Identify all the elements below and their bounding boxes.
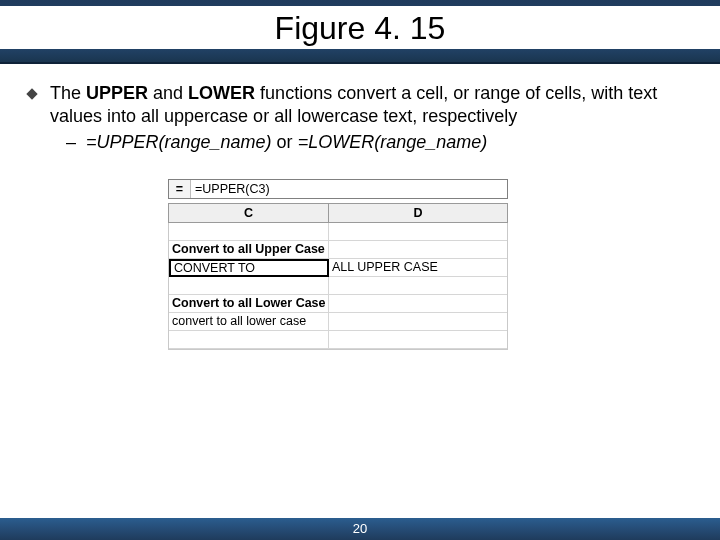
- bullet-list: The UPPER and LOWER functions convert a …: [28, 82, 692, 128]
- cell: [329, 241, 507, 259]
- cell: [329, 313, 507, 331]
- formula-upper: =UPPER(range_name): [86, 132, 272, 152]
- formula-lower: =LOWER(range_name): [298, 132, 488, 152]
- title-bar: Figure 4. 15: [0, 0, 720, 64]
- table-row: Convert to all Upper Case: [169, 241, 507, 259]
- equals-cell: =: [169, 180, 191, 198]
- cell: [329, 223, 507, 241]
- page-number: 20: [353, 521, 367, 536]
- text-upper: UPPER: [86, 83, 153, 103]
- grid: Convert to all Upper Case CONVERT TOALL …: [168, 223, 508, 350]
- footer-bar: 20: [0, 518, 720, 540]
- cell: convert to all lower case: [169, 313, 329, 331]
- column-header-c: C: [168, 203, 328, 223]
- cell: [169, 223, 329, 241]
- table-row: convert to all lower case: [169, 313, 507, 331]
- formula-input: =UPPER(C3): [191, 180, 507, 198]
- cell: [169, 277, 329, 295]
- slide: Figure 4. 15 The UPPER and LOWER functio…: [0, 0, 720, 540]
- sub-item: – =UPPER(range_name) or =LOWER(range_nam…: [66, 132, 692, 153]
- content-area: The UPPER and LOWER functions convert a …: [0, 64, 720, 350]
- text-or: or: [272, 132, 298, 152]
- text-lower: LOWER: [188, 83, 260, 103]
- cell-text: Convert to all Lower Case: [172, 296, 326, 310]
- cell: [329, 295, 507, 313]
- formula-bar: = =UPPER(C3): [168, 179, 508, 199]
- cell: Convert to all Upper Case: [169, 241, 329, 259]
- table-row: CONVERT TOALL UPPER CASE: [169, 259, 507, 277]
- slide-title: Figure 4. 15: [0, 6, 720, 49]
- diamond-bullet-icon: [26, 88, 37, 99]
- table-row: [169, 277, 507, 295]
- column-headers: C D: [168, 203, 508, 223]
- table-row: Convert to all Lower Case: [169, 295, 507, 313]
- sub-text: =UPPER(range_name) or =LOWER(range_name): [86, 132, 487, 153]
- spreadsheet-figure: = =UPPER(C3) C D Convert to all Upper Ca…: [168, 179, 508, 350]
- cell: Convert to all Lower Case: [169, 295, 329, 313]
- text-mid: and: [153, 83, 188, 103]
- cell: [329, 331, 507, 349]
- cell-selected: CONVERT TO: [169, 259, 329, 277]
- sub-list: – =UPPER(range_name) or =LOWER(range_nam…: [28, 132, 692, 153]
- cell: ALL UPPER CASE: [329, 259, 507, 277]
- dash-icon: –: [66, 132, 76, 153]
- column-header-d: D: [328, 203, 508, 223]
- bullet-item: The UPPER and LOWER functions convert a …: [28, 82, 692, 128]
- cell-text: Convert to all Upper Case: [172, 242, 325, 256]
- bullet-text: The UPPER and LOWER functions convert a …: [50, 82, 692, 128]
- cell: [169, 331, 329, 349]
- text-pre: The: [50, 83, 86, 103]
- table-row: [169, 223, 507, 241]
- cell: [329, 277, 507, 295]
- table-row: [169, 331, 507, 349]
